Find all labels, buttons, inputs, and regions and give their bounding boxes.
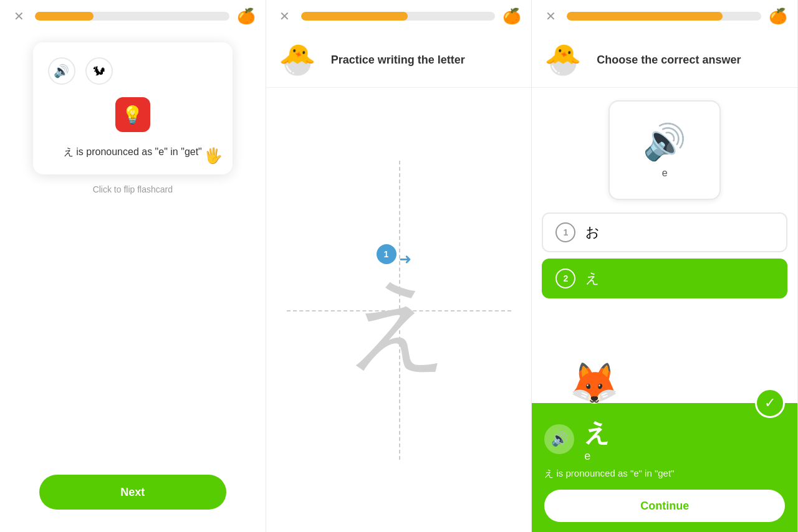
progress-bar-bg-3 bbox=[567, 12, 761, 21]
sound-button[interactable]: 🔊 bbox=[48, 57, 75, 85]
stroke-arrow: ➜ bbox=[399, 250, 411, 268]
progress-bar-bg-2 bbox=[301, 12, 496, 21]
result-romaji: e bbox=[584, 450, 610, 463]
result-kana: え bbox=[584, 416, 610, 450]
progress-bar-bg-1 bbox=[35, 12, 229, 21]
lightbulb-icon: 💡 bbox=[122, 105, 143, 125]
option-num-2: 2 bbox=[555, 268, 575, 288]
flashcard-icons: 🔊 🐿 bbox=[48, 57, 113, 85]
close-button-1[interactable]: ✕ bbox=[10, 7, 27, 25]
lightbulb-box: 💡 bbox=[115, 97, 150, 132]
continue-button[interactable]: Continue bbox=[544, 490, 785, 522]
answer-options: 1 お 2 え bbox=[532, 212, 797, 298]
answer-header: 🐣 Choose the correct answer bbox=[532, 32, 797, 88]
card-icon: 🐿 bbox=[93, 64, 105, 78]
progress-bar-fill-2 bbox=[301, 12, 408, 21]
option-2[interactable]: 2 え bbox=[542, 259, 787, 298]
panel3-content: 🐣 Choose the correct answer 🔊 e 1 お 2 え … bbox=[532, 32, 797, 532]
writing-area[interactable]: え 1 ➜ bbox=[266, 88, 532, 532]
close-button-2[interactable]: ✕ bbox=[276, 7, 294, 25]
sound-icon: 🔊 bbox=[54, 64, 69, 78]
stroke-start-dot: 1 bbox=[377, 244, 397, 264]
result-explanation: え is pronounced as "e" in "get" bbox=[544, 468, 785, 480]
chevron-down-icon[interactable]: ✓ bbox=[755, 388, 785, 418]
option-1[interactable]: 1 お bbox=[542, 212, 787, 252]
corner-hand-icon: 🖐 bbox=[204, 147, 223, 164]
option-text-2: え bbox=[585, 269, 600, 288]
flashcard[interactable]: 🔊 🐿 💡 え is pronounced as "e" in "get" 🖐 bbox=[33, 42, 233, 174]
close-button-3[interactable]: ✕ bbox=[542, 7, 559, 25]
mascot-writing: 🐣 bbox=[279, 42, 316, 77]
result-sound-button[interactable]: 🔊 bbox=[544, 424, 574, 454]
writing-canvas: え 1 ➜ bbox=[287, 161, 511, 460]
panel3-topbar: ✕ 🍊 bbox=[532, 0, 797, 32]
result-header: 🔊 え e bbox=[544, 416, 785, 463]
orange-icon-1: 🍊 bbox=[237, 7, 256, 25]
sound-wave-icon: 🔊 bbox=[643, 121, 686, 163]
orange-icon-2: 🍊 bbox=[502, 7, 521, 25]
writing-header: 🐣 Practice writing the letter bbox=[266, 32, 532, 88]
result-kana-block: え e bbox=[584, 416, 610, 463]
progress-bar-fill-3 bbox=[567, 12, 722, 21]
option-num-1: 1 bbox=[555, 222, 575, 242]
result-panel: 🦊 ✓ 🔊 え e え is pronounced as "e" in "get… bbox=[532, 403, 797, 532]
answer-panel: ✕ 🍊 🐣 Choose the correct answer 🔊 e 1 お … bbox=[532, 0, 798, 532]
answer-title: Choose the correct answer bbox=[597, 54, 741, 67]
progress-bar-fill-1 bbox=[35, 12, 94, 21]
panel2-topbar: ✕ 🍊 bbox=[266, 0, 532, 32]
kana-guide-char: え bbox=[348, 256, 450, 391]
mascot-peek: 🦊 bbox=[569, 363, 619, 403]
orange-icon-3: 🍊 bbox=[769, 7, 787, 25]
panel1-topbar: ✕ 🍊 bbox=[0, 0, 266, 32]
writing-panel: ✕ 🍊 🐣 Practice writing the letter え 1 ➜ bbox=[266, 0, 532, 532]
flashcard-panel: ✕ 🍊 🔊 🐿 💡 え is pronounced as "e" in "get… bbox=[0, 0, 266, 532]
mascot-answer: 🐣 bbox=[544, 42, 582, 77]
card-icon-button[interactable]: 🐿 bbox=[85, 57, 113, 85]
flashcard-text: え is pronounced as "e" in "get" bbox=[64, 145, 202, 159]
panel1-content: 🔊 🐿 💡 え is pronounced as "e" in "get" 🖐 … bbox=[0, 32, 266, 532]
writing-title: Practice writing the letter bbox=[331, 54, 465, 67]
flip-hint: Click to flip flashcard bbox=[93, 184, 173, 194]
option-text-1: お bbox=[585, 223, 600, 242]
sound-label: e bbox=[662, 168, 668, 179]
sound-card[interactable]: 🔊 e bbox=[608, 100, 721, 200]
next-button[interactable]: Next bbox=[39, 475, 226, 510]
